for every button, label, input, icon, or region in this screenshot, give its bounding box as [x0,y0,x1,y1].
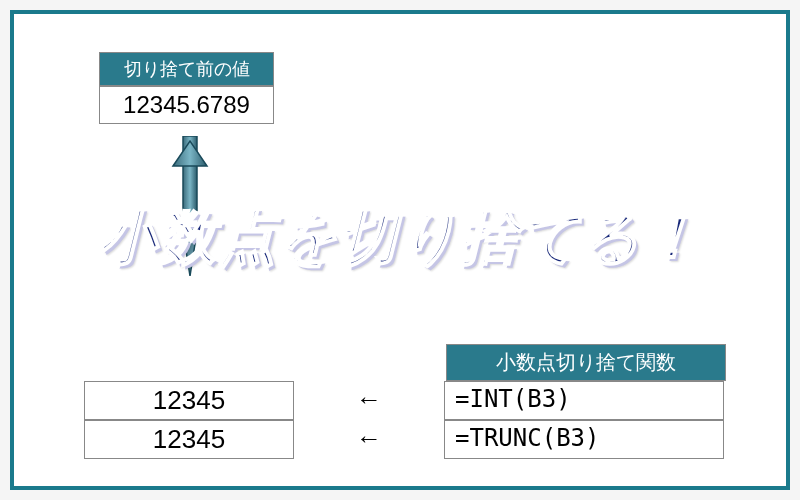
table-row: 12345 ← =INT(B3) [84,381,726,420]
result-value: 12345 [84,381,294,420]
arrow-left-icon: ← [294,381,444,420]
function-table: 小数点切り捨て関数 12345 ← =INT(B3) 12345 ← =TRUN… [84,344,726,459]
original-value: 12345.6789 [99,86,274,124]
arrow-left-icon: ← [294,420,444,459]
headline-text: 小数点を切り捨てる！ [14,199,786,277]
function-header: 小数点切り捨て関数 [446,344,726,381]
formula-text: =TRUNC(B3) [444,420,724,459]
content-frame: 切り捨て前の値 12345.6789 小数点を切り捨てる！ 小数点切り捨て関数 … [10,10,790,490]
original-value-box: 切り捨て前の値 12345.6789 [99,52,274,124]
table-row: 12345 ← =TRUNC(B3) [84,420,726,459]
original-value-header: 切り捨て前の値 [99,52,274,86]
formula-text: =INT(B3) [444,381,724,420]
result-value: 12345 [84,420,294,459]
svg-marker-1 [173,141,207,166]
